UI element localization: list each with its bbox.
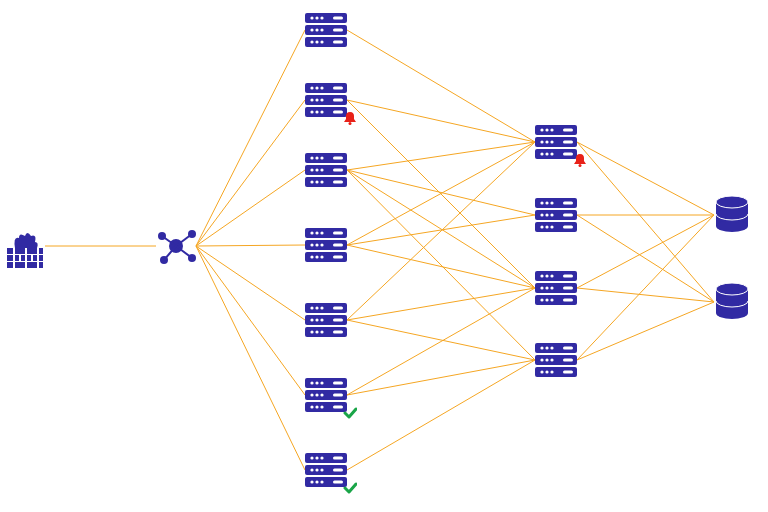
server-icon	[303, 151, 349, 189]
connection-line	[577, 142, 714, 302]
connection-line	[347, 360, 535, 395]
connection-line	[347, 170, 535, 215]
connection-line	[196, 246, 305, 320]
server-node-svrA2	[303, 81, 349, 119]
server-node-svrA1	[303, 11, 349, 49]
checkmark-icon	[343, 481, 357, 495]
checkmark-icon	[343, 406, 357, 420]
connection-line	[347, 142, 535, 170]
server-node-svrA5	[303, 301, 349, 339]
connection-line	[577, 288, 714, 302]
connection-line	[347, 100, 535, 142]
connection-line	[577, 302, 714, 360]
connection-line	[196, 246, 305, 470]
firewall-icon	[3, 224, 47, 268]
connection-line	[196, 100, 305, 246]
server-node-svrA7	[303, 451, 349, 489]
server-node-svrB3	[533, 269, 579, 307]
connection-line	[196, 30, 305, 246]
connection-line	[577, 142, 714, 215]
database-icon	[712, 282, 752, 322]
connection-line	[577, 215, 714, 288]
server-icon	[303, 226, 349, 264]
server-icon	[533, 196, 579, 234]
server-icon	[303, 11, 349, 49]
connection-line	[347, 170, 535, 360]
server-icon	[533, 269, 579, 307]
alert-bell-icon	[573, 153, 587, 167]
connection-line	[196, 170, 305, 246]
server-icon	[533, 341, 579, 379]
server-node-svrB4	[533, 341, 579, 379]
database-node-db1	[712, 195, 752, 235]
database-node-db2	[712, 282, 752, 322]
alert-bell-icon	[343, 111, 357, 125]
server-icon	[303, 301, 349, 339]
connection-line	[347, 245, 535, 288]
connection-line	[577, 215, 714, 360]
connection-line	[577, 215, 714, 302]
connection-layer	[0, 0, 768, 512]
hub-icon	[154, 224, 198, 268]
firewall-node-firewall	[3, 224, 47, 268]
connection-line	[347, 360, 535, 470]
connection-line	[196, 246, 305, 395]
connection-line	[347, 320, 535, 360]
server-node-svrA4	[303, 226, 349, 264]
database-icon	[712, 195, 752, 235]
server-node-svrB2	[533, 196, 579, 234]
server-node-svrA3	[303, 151, 349, 189]
server-node-svrB1	[533, 123, 579, 161]
hub-node-router	[154, 224, 198, 268]
connection-line	[196, 245, 305, 246]
connection-line	[347, 30, 535, 142]
server-node-svrA6	[303, 376, 349, 414]
